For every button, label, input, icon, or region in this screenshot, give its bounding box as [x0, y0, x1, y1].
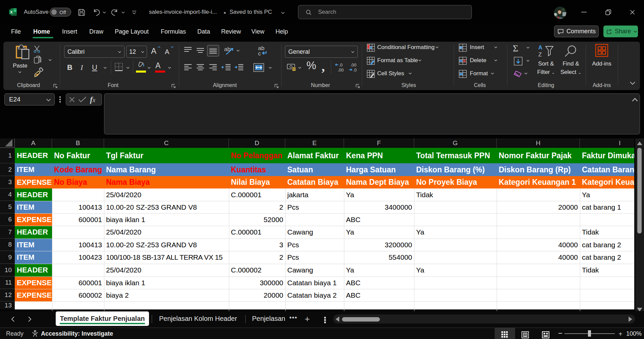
svg-text:.00: .00 — [338, 68, 344, 73]
svg-text:.0: .0 — [339, 62, 343, 68]
svg-text:c: c — [258, 50, 261, 57]
svg-text:.0: .0 — [353, 68, 357, 73]
svg-text:X: X — [10, 10, 13, 14]
svg-text:.00: .00 — [350, 62, 356, 68]
svg-text:Z: Z — [538, 51, 542, 58]
svg-text:A: A — [538, 44, 542, 51]
